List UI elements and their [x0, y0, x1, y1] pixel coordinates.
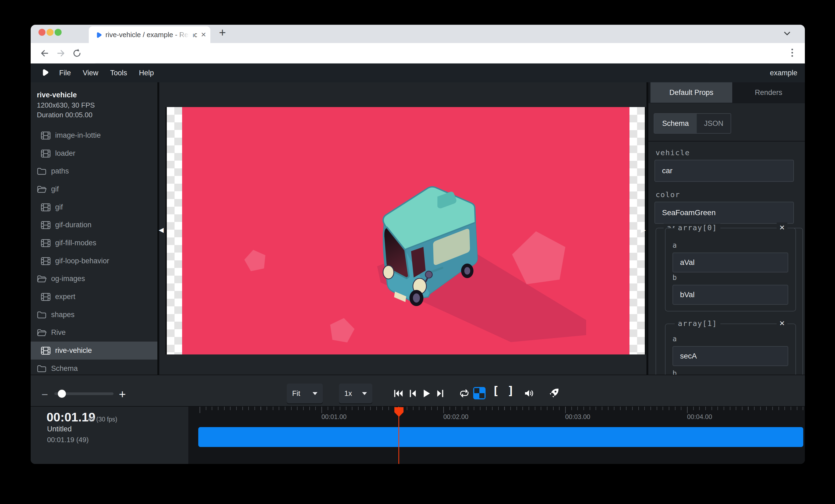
sidebar-item-label: gif	[55, 203, 63, 211]
sidebar-item-expert[interactable]: expert	[30, 288, 157, 306]
color-input[interactable]	[654, 202, 794, 224]
play-icon[interactable]	[423, 388, 431, 398]
sidebar-folder-og-images[interactable]: og-images	[30, 270, 157, 288]
jump-to-start-icon[interactable]	[393, 389, 403, 398]
vehicle-illustration	[182, 107, 630, 355]
sidebar-item-label: gif	[51, 185, 59, 193]
traffic-light-minimize[interactable]	[46, 29, 54, 36]
composition-icon	[41, 346, 50, 355]
loop-icon[interactable]	[459, 389, 470, 398]
forward-icon[interactable]	[56, 48, 66, 58]
app-menu-bar: File View Tools Help example	[30, 63, 805, 82]
composition-resolution: 1200x630, 30 FPS	[37, 101, 95, 109]
remotion-favicon	[95, 32, 102, 40]
folder-closed-icon	[37, 167, 46, 175]
ruler-label: 00:02.00	[443, 413, 468, 421]
next-frame-icon[interactable]	[436, 389, 444, 398]
zoom-slider-knob[interactable]	[58, 390, 66, 398]
array-0-a-input[interactable]	[673, 253, 788, 272]
sidebar-item-label: og-images	[51, 275, 85, 283]
browser-url-row: localhost:3000/rive-vehicle	[30, 43, 805, 63]
new-tab-button[interactable]: +	[219, 26, 226, 39]
sidebar-item-label: gif-fill-modes	[55, 239, 96, 247]
folder-closed-icon	[37, 311, 46, 319]
ruler-major-ticks[interactable]	[200, 407, 803, 413]
timeline-info-panel: 00:01.19 49 (30 fps) Untitled 00:01.19 (…	[30, 407, 188, 464]
sidebar-item-gif-fill-modes[interactable]: gif-fill-modes	[30, 234, 157, 252]
array-1-a-input[interactable]	[673, 346, 788, 366]
remove-array-1-icon[interactable]: ×	[777, 318, 787, 328]
track-name: Untitled	[47, 425, 72, 433]
sidebar-item-gif-duration[interactable]: gif-duration	[30, 216, 157, 234]
sidebar-folder-paths[interactable]: paths	[30, 162, 157, 180]
sidebar-item-gif[interactable]: gif	[30, 198, 157, 216]
sidebar-item-image-in-lottie[interactable]: image-in-lottie	[30, 126, 157, 144]
folder-open-icon	[37, 185, 46, 193]
vehicle-input[interactable]	[654, 160, 794, 182]
field-label-b: b	[673, 274, 677, 281]
speed-dropdown[interactable]: 1x	[339, 383, 372, 403]
sidebar-folder-rive[interactable]: Rive	[30, 323, 157, 341]
remotion-logo-icon[interactable]	[41, 68, 49, 77]
chevron-down-icon	[362, 392, 367, 395]
transparency-checker-toggle[interactable]	[473, 387, 486, 399]
sidebar-item-gif-loop-behavior[interactable]: gif-loop-behavior	[30, 252, 157, 270]
folder-open-icon	[37, 329, 46, 337]
expand-panel-icon[interactable]: ▶	[641, 227, 646, 233]
browser-menu-kebab-icon[interactable]	[791, 48, 793, 58]
browser-tab-strip: rive-vehicle / example - Remoti × +	[30, 25, 805, 43]
composition-icon	[41, 293, 50, 301]
in-point-button[interactable]: [	[492, 384, 499, 398]
menu-help[interactable]: Help	[139, 67, 154, 79]
menu-view[interactable]: View	[83, 67, 99, 79]
transparency-checker-left	[167, 107, 182, 355]
browser-tab[interactable]: rive-vehicle / example - Remoti ×	[89, 26, 210, 43]
schema-json-toggle: Schema JSON	[654, 113, 731, 134]
sidebar-item-label: expert	[55, 293, 75, 301]
field-label-color: color	[656, 190, 680, 199]
sidebar-item-label: gif-loop-behavior	[55, 257, 109, 265]
sidebar-item-label: loader	[55, 149, 75, 158]
reload-icon[interactable]	[72, 48, 82, 58]
sidebar-folder-gif[interactable]: gif	[30, 180, 157, 198]
sidebar-item-label: paths	[51, 167, 69, 175]
render-rocket-icon[interactable]	[548, 387, 559, 399]
ruler-label: 00:01.00	[322, 413, 346, 421]
timeline-track[interactable]	[198, 427, 803, 447]
field-label-a: a	[673, 335, 677, 343]
sidebar-item-rive-vehicle[interactable]: rive-vehicle	[30, 341, 157, 360]
sidebar-item-loader[interactable]: loader	[30, 144, 157, 163]
remove-array-0-icon[interactable]: ×	[777, 223, 787, 232]
sidebar-folder-shapes[interactable]: shapes	[30, 306, 157, 324]
composition-icon	[41, 149, 50, 158]
tab-search-chevron-icon[interactable]	[783, 29, 791, 38]
traffic-light-zoom[interactable]	[55, 29, 62, 36]
tab-default-props[interactable]: Default Props	[650, 82, 732, 103]
project-name: example	[770, 69, 797, 77]
tab-title-fade	[174, 28, 193, 41]
previous-frame-icon[interactable]	[409, 389, 416, 398]
browser-window: rive-vehicle / example - Remoti × + loca…	[30, 25, 805, 464]
array-0-b-input[interactable]	[673, 285, 788, 305]
tab-close-icon[interactable]: ×	[201, 29, 206, 40]
toggle-json[interactable]: JSON	[697, 114, 731, 133]
collapse-sidebar-icon[interactable]: ◀	[159, 227, 164, 233]
zoom-out-button[interactable]: −	[41, 388, 48, 401]
props-divider-line	[648, 141, 805, 142]
folder-closed-icon	[37, 365, 46, 373]
out-point-button[interactable]: ]	[507, 384, 514, 398]
traffic-light-close[interactable]	[39, 29, 45, 36]
composition-icon	[41, 257, 50, 265]
zoom-in-button[interactable]: +	[119, 387, 126, 401]
toggle-schema[interactable]: Schema	[654, 114, 697, 133]
back-icon[interactable]	[40, 48, 49, 58]
composition-icon	[41, 239, 50, 247]
compositions-sidebar: rive-vehicle 1200x630, 30 FPS Duration 0…	[30, 82, 157, 375]
tab-renders[interactable]: Renders	[732, 82, 805, 103]
menu-tools[interactable]: Tools	[110, 67, 127, 79]
array-0-fieldset: array[0] × a b	[665, 228, 796, 311]
fit-dropdown[interactable]: Fit	[287, 383, 323, 403]
menu-file[interactable]: File	[59, 67, 71, 79]
volume-icon[interactable]	[524, 389, 534, 398]
folder-open-icon	[37, 275, 46, 283]
